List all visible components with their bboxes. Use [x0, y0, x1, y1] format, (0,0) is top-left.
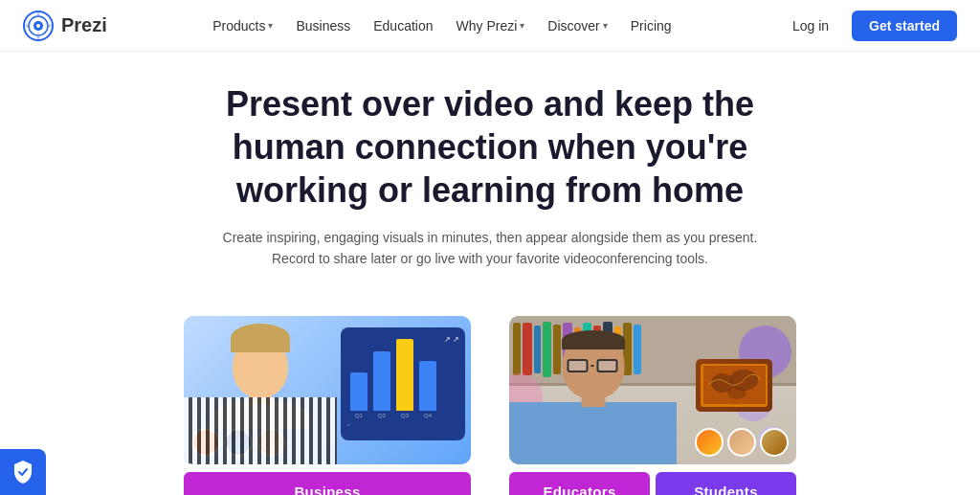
cards-row: ↗ ↗ Q1 Q2 Q3: [0, 316, 980, 495]
logo[interactable]: Prezi: [23, 11, 107, 41]
nav-pricing[interactable]: Pricing: [621, 12, 681, 39]
get-started-button[interactable]: Get started: [852, 11, 957, 41]
world-map-icon: [703, 366, 766, 404]
shield-icon: [11, 459, 34, 485]
business-card-image: ↗ ↗ Q1 Q2 Q3: [184, 316, 471, 464]
hero-subtext: Create inspiring, engaging visuals in mi…: [222, 227, 758, 270]
login-button[interactable]: Log in: [777, 11, 844, 40]
business-card: ↗ ↗ Q1 Q2 Q3: [184, 316, 471, 495]
navbar: Prezi Products ▾ Business Education Why …: [0, 0, 980, 52]
educators-button[interactable]: Educators: [509, 472, 650, 495]
business-button[interactable]: Business: [184, 472, 471, 495]
logo-text: Prezi: [61, 14, 107, 36]
person-left: [184, 316, 337, 464]
svg-point-3: [36, 24, 40, 28]
shield-badge: [0, 449, 46, 495]
svg-point-5: [37, 35, 40, 38]
prezi-logo-icon: [23, 11, 54, 41]
chart-box: ↗ ↗ Q1 Q2 Q3: [341, 327, 465, 440]
map-card: [696, 359, 772, 412]
nav-links: Products ▾ Business Education Why Prezi …: [203, 12, 680, 39]
avatar-row-right: [695, 428, 789, 457]
nav-products[interactable]: Products ▾: [203, 12, 282, 39]
chart-bars: Q1 Q2 Q3 Q4: [346, 347, 459, 418]
right-button-group: Educators Students: [509, 472, 796, 495]
hero-section: Present over video and keep the human co…: [0, 52, 980, 316]
left-image-bg: ↗ ↗ Q1 Q2 Q3: [184, 316, 471, 464]
avatar: [727, 428, 756, 457]
avatar: [695, 428, 724, 457]
nav-education[interactable]: Education: [364, 12, 442, 39]
svg-point-7: [49, 24, 52, 27]
nav-business[interactable]: Business: [286, 12, 360, 39]
chevron-down-icon: ▾: [603, 20, 608, 31]
chevron-down-icon: ▾: [268, 20, 273, 31]
avatar: [760, 428, 789, 457]
nav-actions: Log in Get started: [777, 11, 957, 41]
hero-heading: Present over video and keep the human co…: [165, 82, 815, 212]
right-image-bg: [509, 316, 796, 464]
educators-students-card: Educators Students: [509, 316, 796, 495]
nav-discover[interactable]: Discover ▾: [538, 12, 616, 39]
educators-card-image: [509, 316, 796, 464]
svg-point-6: [26, 24, 29, 27]
svg-point-11: [727, 386, 746, 399]
students-button[interactable]: Students: [656, 472, 796, 495]
nav-why-prezi[interactable]: Why Prezi ▾: [447, 12, 535, 39]
chevron-down-icon: ▾: [520, 20, 524, 31]
svg-point-4: [37, 12, 40, 15]
